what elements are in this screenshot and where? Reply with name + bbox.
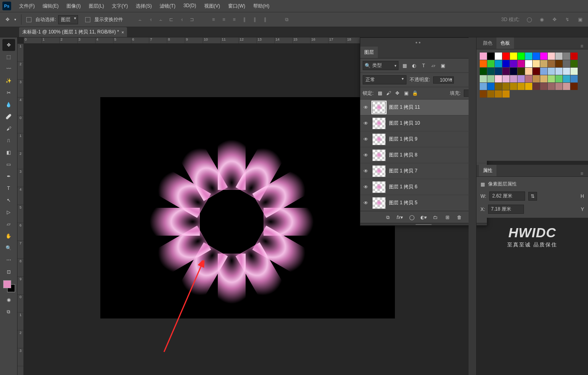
quick-mask-icon[interactable]: ◉ xyxy=(2,294,15,306)
filter-text-icon[interactable]: T xyxy=(420,62,427,69)
filter-pixel-icon[interactable]: ▦ xyxy=(401,62,408,69)
align-bottom-icon[interactable]: ⫠ xyxy=(156,15,165,24)
swatch[interactable] xyxy=(487,60,494,67)
group-icon[interactable]: 🗀 xyxy=(432,214,439,221)
pan-icon[interactable]: ✥ xyxy=(550,15,559,24)
layer-row[interactable]: 👁图层 1 拷贝 8 xyxy=(360,147,487,163)
auto-select-scope-select[interactable]: 图层 xyxy=(58,15,78,24)
swatch[interactable] xyxy=(540,60,547,67)
dist-top-icon[interactable]: ≡ xyxy=(209,15,218,24)
dock-collapse-strip[interactable] xyxy=(469,37,477,375)
visibility-icon[interactable]: 👁 xyxy=(363,184,369,190)
swatch[interactable] xyxy=(570,53,578,60)
layer-thumbnail[interactable] xyxy=(372,102,386,113)
swatch[interactable] xyxy=(502,53,510,60)
show-transform-checkbox[interactable] xyxy=(85,17,90,22)
layer-thumbnail[interactable] xyxy=(372,197,386,209)
swatch[interactable] xyxy=(548,83,555,90)
swatch[interactable] xyxy=(548,53,555,60)
tab-layers[interactable]: 图层 xyxy=(360,47,378,58)
swatch[interactable] xyxy=(518,53,525,60)
adjustment-icon[interactable]: ◐▾ xyxy=(420,214,427,221)
visibility-icon[interactable]: 👁 xyxy=(363,152,369,158)
pen-tool[interactable]: ✒ xyxy=(2,170,15,182)
lock-all-icon[interactable]: 🔒 xyxy=(412,90,418,96)
width-input[interactable]: 2.62 厘米 xyxy=(489,191,525,201)
layer-thumbnail[interactable] xyxy=(372,149,386,161)
document-tab[interactable]: 未标题-1 @ 100% (图层 1 拷贝 11, RGB/8#) * × xyxy=(19,27,127,37)
blend-mode-select[interactable]: 正常 xyxy=(363,75,406,84)
swatch[interactable] xyxy=(548,68,555,75)
swatch[interactable] xyxy=(540,68,547,75)
menu-窗口(W)[interactable]: 窗口(W) xyxy=(224,3,249,10)
menu-视图(V)[interactable]: 视图(V) xyxy=(200,3,224,10)
align-right-icon[interactable]: ⊐ xyxy=(188,15,196,24)
tab-properties[interactable]: 属性 xyxy=(479,165,496,176)
swatch[interactable] xyxy=(510,68,517,75)
screen-mode-icon[interactable]: ⧉ xyxy=(2,306,15,318)
slide-icon[interactable]: ↯ xyxy=(563,15,572,24)
hand-tool[interactable]: ✋ xyxy=(2,230,15,242)
visibility-icon[interactable]: 👁 xyxy=(363,168,369,174)
tab-colors[interactable]: 颜色 xyxy=(479,37,496,49)
auto-align-icon[interactable]: ⧉ xyxy=(282,15,291,24)
menu-滤镜(T)[interactable]: 滤镜(T) xyxy=(156,3,179,10)
menu-编辑(E)[interactable]: 编辑(E) xyxy=(39,3,63,10)
swatch[interactable] xyxy=(548,60,555,67)
swatch[interactable] xyxy=(540,75,547,82)
menu-选择(S)[interactable]: 选择(S) xyxy=(132,3,156,10)
dist-bottom-icon[interactable]: ≡ xyxy=(230,15,238,24)
tab-swatches[interactable]: 色板 xyxy=(496,37,514,49)
zoom-tool[interactable]: 🔍 xyxy=(2,242,15,254)
swatch[interactable] xyxy=(533,75,540,82)
lasso-tool[interactable]: 〰 xyxy=(2,63,15,75)
swatch[interactable] xyxy=(487,83,494,90)
eraser-tool[interactable]: ◧ xyxy=(2,146,15,158)
dist-hmid-icon[interactable]: ∥ xyxy=(250,15,259,24)
align-hmid-icon[interactable]: ⫞ xyxy=(177,15,186,24)
foreground-color[interactable] xyxy=(3,280,11,288)
swatch[interactable] xyxy=(563,53,570,60)
filter-shape-icon[interactable]: ▱ xyxy=(430,62,437,69)
swatch[interactable] xyxy=(563,75,570,82)
close-icon[interactable]: × xyxy=(121,30,124,35)
more-tools[interactable]: ⋯ xyxy=(2,254,15,266)
dist-vmid-icon[interactable]: ≡ xyxy=(219,15,228,24)
color-swatches[interactable] xyxy=(2,280,15,294)
visibility-icon[interactable]: 👁 xyxy=(363,137,369,142)
swatch[interactable] xyxy=(480,60,487,67)
shape-tool[interactable]: ▱ xyxy=(2,218,15,230)
swatch[interactable] xyxy=(518,75,525,82)
layer-row[interactable]: 👁图层 1 拷贝 6 xyxy=(360,179,487,195)
swatch[interactable] xyxy=(525,75,532,82)
swatch[interactable] xyxy=(510,75,517,82)
direct-select-tool[interactable]: ▷ xyxy=(2,206,15,218)
swatch[interactable] xyxy=(518,60,525,67)
swatch[interactable] xyxy=(480,68,487,75)
panel-menu-icon[interactable]: ≡ xyxy=(580,43,586,49)
swatch[interactable] xyxy=(555,68,563,75)
swatch[interactable] xyxy=(555,83,563,90)
move-tool[interactable]: ✥ xyxy=(2,39,15,51)
visibility-icon[interactable]: 👁 xyxy=(363,200,369,206)
layers-panel-header[interactable]: « × xyxy=(360,38,487,47)
swatch[interactable] xyxy=(510,83,517,90)
swatch[interactable] xyxy=(502,83,510,90)
swatch[interactable] xyxy=(570,60,578,67)
menu-3D(D)[interactable]: 3D(D) xyxy=(180,3,200,10)
mask-icon[interactable]: ◯ xyxy=(408,214,415,221)
swatch[interactable] xyxy=(480,83,487,90)
fx-icon[interactable]: fx▾ xyxy=(397,214,403,221)
marquee-tool[interactable]: ⬚ xyxy=(2,51,15,63)
swatch[interactable] xyxy=(495,68,502,75)
new-layer-icon[interactable]: ⊞ xyxy=(444,214,451,221)
layer-row[interactable]: 👁图层 1 拷贝 7 xyxy=(360,163,487,179)
swatch[interactable] xyxy=(533,53,540,60)
swatch[interactable] xyxy=(555,53,563,60)
swatch[interactable] xyxy=(510,60,517,67)
layer-thumbnail[interactable] xyxy=(372,133,386,145)
dist-right-icon[interactable]: ∥ xyxy=(261,15,270,24)
layer-row[interactable]: 👁图层 1 拷贝 11 xyxy=(360,100,487,115)
roll-icon[interactable]: ◉ xyxy=(537,15,547,24)
crop-tool[interactable]: ✂ xyxy=(2,87,15,99)
